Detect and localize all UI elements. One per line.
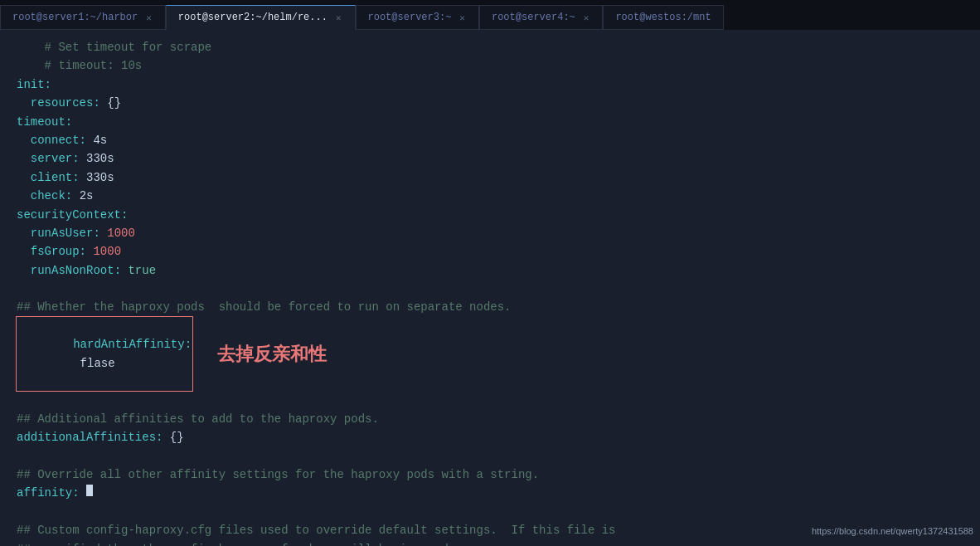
- code-line: [17, 447, 963, 466]
- tab-server3[interactable]: root@server3:~ ✕: [356, 5, 479, 30]
- tab-close-icon[interactable]: ✕: [334, 12, 343, 23]
- watermark: https://blog.csdn.net/qwerty1372431588: [812, 524, 973, 539]
- tab-close-icon[interactable]: ✕: [458, 12, 467, 23]
- code-line: [17, 503, 963, 521]
- code-line: [17, 391, 963, 409]
- terminal-window: root@server1:~/harbor ✕ root@server2:~/h…: [0, 0, 980, 546]
- text-cursor: [86, 485, 93, 496]
- code-line: # timeout: 10s: [17, 56, 963, 75]
- code-line-affinity: affinity:: [17, 484, 963, 502]
- code-line: ## Additional affinities to add to the h…: [17, 410, 963, 428]
- code-line: client: 330s: [17, 168, 963, 187]
- code-line: ## Override all other affinity settings …: [17, 466, 963, 484]
- tab-label: root@server2:~/helm/re...: [178, 12, 327, 23]
- code-line: connect: 4s: [17, 131, 963, 149]
- code-line-hardantiaffinity: hardAntiAffinity: flase 去掉反亲和性: [17, 317, 963, 392]
- tab-label: root@server4:~: [492, 12, 575, 23]
- tab-label: root@westos:/mnt: [615, 12, 711, 23]
- code-line: runAsUser: 1000: [17, 224, 963, 242]
- code-line: [17, 280, 963, 298]
- tab-close-icon[interactable]: ✕: [582, 12, 591, 23]
- code-line: additionalAffinities: {}: [17, 428, 963, 446]
- tab-label: root@server1:~/harbor: [12, 12, 138, 23]
- tab-bar: root@server1:~/harbor ✕ root@server2:~/h…: [0, 0, 980, 30]
- code-line: init:: [17, 76, 963, 94]
- chinese-annotation: 去掉反亲和性: [217, 339, 327, 368]
- terminal-content[interactable]: # Set timeout for scrape # timeout: 10s …: [0, 30, 980, 546]
- code-line: check: 2s: [17, 187, 963, 205]
- tab-label: root@server3:~: [368, 12, 452, 23]
- code-line: runAsNonRoot: true: [17, 261, 963, 280]
- code-line: ## specified then the config-haproxy.cfg…: [17, 540, 963, 546]
- code-line: ## Whether the haproxy pods should be fo…: [17, 298, 963, 316]
- tab-westos[interactable]: root@westos:/mnt: [603, 5, 723, 30]
- code-line: timeout:: [17, 113, 963, 131]
- code-line: fsGroup: 1000: [17, 242, 963, 261]
- tab-server2[interactable]: root@server2:~/helm/re... ✕: [166, 5, 356, 30]
- highlight-hardantiaffinity: hardAntiAffinity: flase: [17, 317, 192, 392]
- tab-server1[interactable]: root@server1:~/harbor ✕: [0, 5, 166, 30]
- code-line: # Set timeout for scrape: [17, 38, 963, 56]
- tab-close-icon[interactable]: ✕: [144, 12, 153, 23]
- code-line: server: 330s: [17, 149, 963, 168]
- tab-server4[interactable]: root@server4:~ ✕: [479, 5, 603, 30]
- code-line: resources: {}: [17, 94, 963, 112]
- code-line: securityContext:: [17, 206, 963, 224]
